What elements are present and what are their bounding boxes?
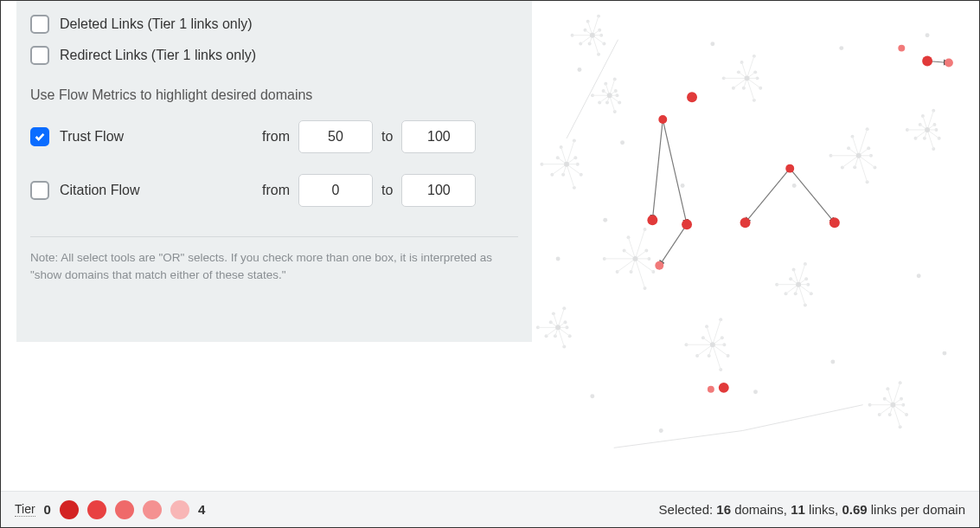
svg-line-152 <box>927 130 933 149</box>
redirect-links-checkbox[interactable] <box>30 46 49 65</box>
tier-dot <box>87 500 106 519</box>
svg-point-258 <box>682 219 692 229</box>
svg-line-89 <box>713 344 721 370</box>
svg-point-234 <box>577 68 581 72</box>
citation-flow-label: Citation Flow <box>60 183 139 198</box>
trust-flow-row: Trust Flow from to <box>30 120 518 153</box>
footer-bar: Tier 0 4 Selected: 16 domains, 11 links,… <box>1 491 979 527</box>
svg-point-230 <box>607 93 612 98</box>
tier-label: Tier <box>15 502 35 517</box>
link-graph-svg <box>532 1 979 491</box>
tier-dot <box>60 500 79 519</box>
svg-point-264 <box>708 386 714 393</box>
svg-line-68 <box>558 327 564 346</box>
svg-line-110 <box>798 285 805 306</box>
svg-point-263 <box>719 383 729 393</box>
svg-point-241 <box>926 33 930 37</box>
svg-line-59 <box>635 229 644 259</box>
trust-flow-from-input[interactable] <box>298 120 373 153</box>
svg-point-188 <box>856 153 862 158</box>
svg-point-167 <box>925 127 930 132</box>
svg-line-233 <box>743 405 863 431</box>
svg-line-194 <box>747 78 754 100</box>
svg-line-164 <box>927 111 933 130</box>
citation-flow-row: Citation Flow from to <box>30 174 518 207</box>
links-value: 11 <box>791 502 805 517</box>
tier-dot <box>115 500 134 519</box>
svg-line-51 <box>618 259 636 272</box>
svg-line-171 <box>859 156 875 168</box>
svg-point-62 <box>633 256 638 261</box>
svg-line-24 <box>567 164 581 175</box>
svg-line-232 <box>614 430 743 448</box>
svg-line-30 <box>552 164 567 175</box>
svg-point-41 <box>564 162 569 167</box>
filter-panel: Deleted Links (Tier 1 links only) Redire… <box>16 1 532 342</box>
svg-point-239 <box>792 184 797 188</box>
selection-stats: Selected: 16 domains, 11 links, 0.69 lin… <box>659 502 965 517</box>
link-graph[interactable] <box>532 1 979 491</box>
redirect-links-label: Redirect Links (Tier 1 links only) <box>60 48 256 63</box>
svg-line-57 <box>629 237 636 259</box>
deleted-links-label: Deleted Links (Tier 1 links only) <box>60 16 253 32</box>
svg-point-267 <box>898 45 905 52</box>
svg-point-237 <box>681 184 685 188</box>
svg-point-235 <box>603 218 607 222</box>
svg-line-5 <box>592 35 599 55</box>
citation-flow-from-input[interactable] <box>298 174 373 207</box>
svg-point-247 <box>659 428 663 433</box>
svg-line-173 <box>859 156 868 183</box>
trust-flow-label: Trust Flow <box>60 129 124 145</box>
svg-line-251 <box>659 224 687 266</box>
trust-flow-from-label: from <box>262 129 290 145</box>
lpd-value: 0.69 <box>842 502 867 517</box>
svg-line-101 <box>713 319 721 344</box>
svg-line-183 <box>852 137 858 156</box>
tier-max: 4 <box>198 502 205 517</box>
svg-line-93 <box>697 344 713 356</box>
svg-point-257 <box>647 215 657 225</box>
svg-point-243 <box>942 351 946 356</box>
svg-point-238 <box>710 42 714 46</box>
svg-point-261 <box>740 217 751 228</box>
svg-point-265 <box>922 56 932 67</box>
svg-line-99 <box>707 326 713 344</box>
svg-point-262 <box>829 217 840 228</box>
svg-line-250 <box>663 119 687 224</box>
svg-line-38 <box>567 140 574 164</box>
citation-flow-to-input[interactable] <box>401 174 476 207</box>
svg-point-256 <box>658 115 667 124</box>
flow-metrics-section-label: Use Flow Metrics to highlight desired do… <box>30 87 518 103</box>
svg-point-83 <box>555 325 560 330</box>
svg-point-209 <box>745 75 750 80</box>
trust-flow-checkbox[interactable] <box>30 127 49 146</box>
deleted-links-checkbox[interactable] <box>30 15 49 34</box>
lpd-label: links per domain <box>868 502 965 517</box>
svg-line-206 <box>747 56 754 78</box>
tier-dot <box>143 500 162 519</box>
svg-line-17 <box>592 16 599 35</box>
tier-min: 0 <box>44 502 51 517</box>
trust-flow-to-input[interactable] <box>401 120 476 153</box>
svg-line-185 <box>859 129 868 156</box>
svg-point-146 <box>890 402 895 408</box>
citation-flow-to-label: to <box>381 183 393 198</box>
domains-label: domains, <box>731 502 791 517</box>
svg-line-87 <box>713 344 728 356</box>
svg-line-47 <box>635 259 644 288</box>
svg-line-143 <box>893 383 900 404</box>
svg-point-240 <box>839 46 843 50</box>
svg-line-231 <box>567 40 618 138</box>
svg-point-244 <box>753 390 758 394</box>
svg-point-260 <box>785 164 794 173</box>
check-icon <box>34 131 46 143</box>
svg-line-36 <box>561 147 567 164</box>
redirect-links-row: Redirect Links (Tier 1 links only) <box>30 46 518 65</box>
svg-line-122 <box>798 264 805 285</box>
svg-point-242 <box>917 274 921 278</box>
citation-flow-checkbox[interactable] <box>30 181 49 200</box>
svg-point-20 <box>590 33 595 38</box>
selected-prefix: Selected: <box>659 502 717 517</box>
citation-flow-from-label: from <box>262 183 290 198</box>
svg-point-104 <box>710 342 715 347</box>
